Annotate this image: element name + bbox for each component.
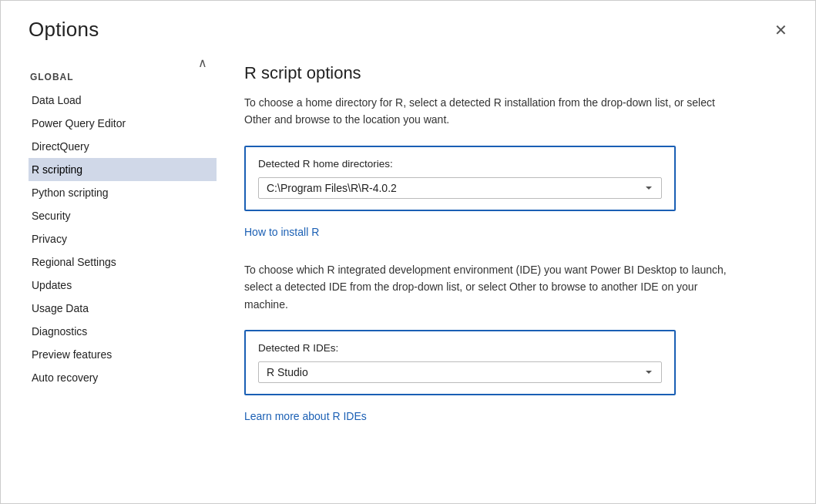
scroll-up-area: ∧: [29, 55, 217, 70]
sidebar: ∧ GLOBAL Data LoadPower Query EditorDire…: [1, 55, 217, 503]
sidebar-item-direct-query[interactable]: DirectQuery: [29, 135, 217, 158]
sidebar-item-preview-features[interactable]: Preview features: [29, 343, 217, 366]
sidebar-scroll: Data LoadPower Query EditorDirectQueryR …: [29, 89, 217, 503]
dialog-header: Options ✕: [1, 1, 815, 42]
sidebar-item-auto-recovery[interactable]: Auto recovery: [29, 366, 217, 389]
sidebar-item-data-load[interactable]: Data Load: [29, 89, 217, 112]
main-desc1: To choose a home directory for R, select…: [244, 94, 737, 129]
sidebar-item-power-query-editor[interactable]: Power Query Editor: [29, 112, 217, 135]
sidebar-item-security[interactable]: Security: [29, 204, 217, 227]
home-dir-label: Detected R home directories:: [258, 158, 662, 170]
ide-select[interactable]: R StudioOther: [258, 361, 662, 383]
main-desc2: To choose which R integrated development…: [244, 261, 737, 313]
sidebar-section-label: GLOBAL: [29, 72, 217, 82]
home-dir-select[interactable]: C:\Program Files\R\R-4.0.2Other: [258, 177, 662, 199]
home-dir-group: Detected R home directories: C:\Program …: [244, 146, 676, 211]
close-button[interactable]: ✕: [768, 19, 794, 41]
dialog-body: ∧ GLOBAL Data LoadPower Query EditorDire…: [1, 42, 815, 503]
sidebar-item-privacy[interactable]: Privacy: [29, 227, 217, 250]
sidebar-item-usage-data[interactable]: Usage Data: [29, 297, 217, 320]
sidebar-item-diagnostics[interactable]: Diagnostics: [29, 320, 217, 343]
ide-label: Detected R IDEs:: [258, 342, 662, 354]
main-title: R script options: [244, 63, 778, 83]
options-dialog: Options ✕ ∧ GLOBAL Data LoadPower Query …: [0, 0, 816, 504]
dialog-title: Options: [29, 18, 99, 42]
scroll-up-icon[interactable]: ∧: [198, 55, 207, 70]
sidebar-item-updates[interactable]: Updates: [29, 274, 217, 297]
sidebar-item-regional-settings[interactable]: Regional Settings: [29, 250, 217, 274]
sidebar-item-r-scripting[interactable]: R scripting: [29, 158, 217, 181]
install-r-link[interactable]: How to install R: [244, 226, 319, 238]
ide-group: Detected R IDEs: R StudioOther: [244, 330, 676, 395]
main-content: R script options To choose a home direct…: [217, 55, 815, 503]
sidebar-item-python-scripting[interactable]: Python scripting: [29, 181, 217, 204]
ide-link[interactable]: Learn more about R IDEs: [244, 410, 367, 422]
